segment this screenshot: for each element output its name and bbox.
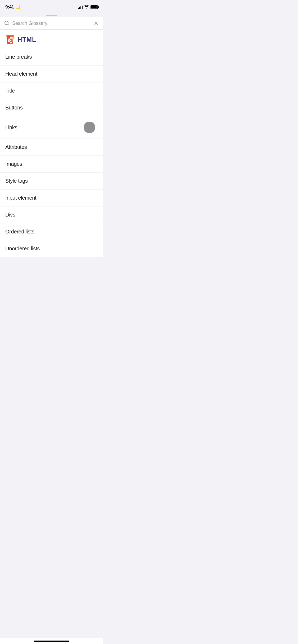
glossary-item[interactable]: Attributes (0, 139, 103, 156)
glossary-item-label: Unordered lists (5, 246, 40, 252)
glossary-item-label: Input element (5, 195, 36, 201)
glossary-item[interactable]: Style tags (0, 173, 103, 190)
top-handle-area (0, 13, 103, 17)
search-icon (4, 21, 10, 26)
glossary-item-label: Style tags (5, 178, 28, 184)
glossary-item[interactable]: Input element (0, 190, 103, 206)
html-shield-icon (5, 35, 15, 44)
close-button[interactable] (93, 20, 99, 26)
glossary-item-label: Attributes (5, 144, 27, 150)
content-area: HTML Line breaksHead elementTitleButtons… (0, 30, 103, 257)
glossary-item-label: Head element (5, 71, 37, 77)
search-input[interactable] (12, 21, 91, 26)
category-header: HTML (0, 30, 103, 49)
glossary-item-label: Ordered lists (5, 229, 34, 235)
glossary-item-label: Divs (5, 212, 15, 218)
glossary-item-label: Title (5, 88, 15, 94)
battery-icon (91, 5, 98, 9)
search-bar (0, 17, 103, 30)
glossary-item[interactable]: Buttons (0, 99, 103, 116)
glossary-item[interactable]: Head element (0, 66, 103, 82)
glossary-list: Line breaksHead elementTitleButtonsLinks… (0, 49, 103, 257)
status-icons (78, 5, 98, 10)
glossary-item[interactable]: Unordered lists (0, 240, 103, 257)
moon-icon: 🌙 (16, 5, 20, 9)
glossary-item[interactable]: Divs (0, 206, 103, 223)
scroll-indicator-dot (84, 122, 95, 133)
glossary-item[interactable]: Title (0, 82, 103, 99)
glossary-item[interactable]: Line breaks (0, 49, 103, 66)
category-title: HTML (17, 36, 36, 43)
signal-icon (78, 5, 83, 9)
glossary-item[interactable]: Links (0, 116, 103, 139)
glossary-item[interactable]: Ordered lists (0, 223, 103, 240)
glossary-item-label: Links (5, 125, 17, 131)
glossary-item[interactable]: Images (0, 156, 103, 173)
status-time: 9:41 🌙 (5, 4, 20, 10)
status-bar: 9:41 🌙 (0, 0, 103, 13)
glossary-item-label: Images (5, 161, 22, 167)
wifi-icon (84, 5, 89, 10)
glossary-item-label: Buttons (5, 105, 23, 111)
drag-handle (46, 15, 57, 16)
glossary-item-label: Line breaks (5, 54, 32, 60)
